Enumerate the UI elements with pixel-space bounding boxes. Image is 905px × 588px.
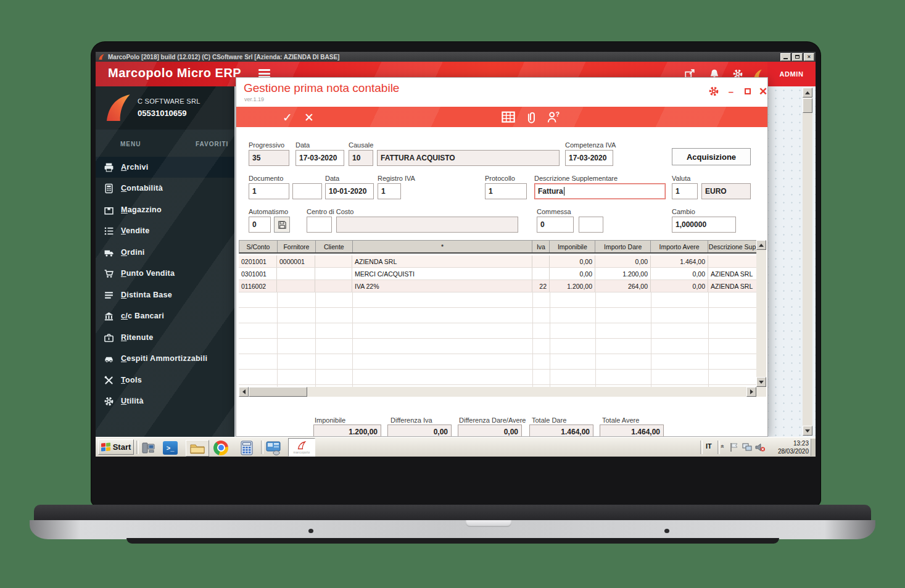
taskbar-marcopolo-app[interactable]: marcopolo xyxy=(288,438,315,457)
scroll-down-button[interactable] xyxy=(803,426,812,436)
table-cell[interactable] xyxy=(532,268,550,280)
table-cell[interactable]: 1.200,00 xyxy=(595,268,651,280)
centro-di-costo-description-field[interactable] xyxy=(336,217,518,233)
table-cell[interactable] xyxy=(708,255,756,267)
valuta-name-field[interactable]: EURO xyxy=(701,183,751,199)
column-header[interactable]: Descrizione Sup xyxy=(708,241,756,252)
commessa-field[interactable]: 0 xyxy=(537,217,574,233)
tray-flag-icon[interactable] xyxy=(730,442,738,452)
protocollo-field[interactable]: 1 xyxy=(485,183,527,199)
column-header[interactable]: Cliente xyxy=(316,241,353,252)
tray-expand-chevron-icon[interactable]: » xyxy=(719,446,725,449)
tray-clock[interactable]: 13:23 28/03/2020 xyxy=(771,439,809,455)
sidebar-item-tools[interactable]: Tools xyxy=(96,370,234,391)
window-minimize-button[interactable] xyxy=(780,53,791,61)
dialog-close-icon[interactable]: ✕ xyxy=(758,86,768,97)
calculator-app-icon[interactable] xyxy=(239,440,255,455)
sidebar-item-magazzino[interactable]: Magazzino xyxy=(96,199,234,220)
show-desktop-button[interactable] xyxy=(811,439,816,456)
column-header[interactable]: Iva xyxy=(532,241,550,252)
my-computer-icon[interactable] xyxy=(140,440,156,455)
tray-network-icon[interactable] xyxy=(742,443,752,452)
progressivo-field[interactable]: 35 xyxy=(249,150,289,166)
documento-field-2[interactable] xyxy=(292,183,322,199)
table-cell[interactable]: 0,00 xyxy=(595,255,651,267)
display-settings-icon[interactable] xyxy=(266,440,282,455)
sidebar-item-ordini[interactable]: Ordini xyxy=(96,242,234,263)
hamburger-menu-icon[interactable] xyxy=(258,69,270,78)
column-header[interactable]: Fornitore xyxy=(278,241,316,252)
table-cell[interactable]: 1.200,00 xyxy=(550,280,595,292)
acquisizione-button[interactable]: Acquisizione xyxy=(672,148,751,165)
table-cell[interactable]: 22 xyxy=(532,280,550,292)
table-cell[interactable] xyxy=(532,255,550,267)
table-vertical-scrollbar[interactable] xyxy=(756,240,766,387)
documento-field[interactable]: 1 xyxy=(249,183,289,199)
file-explorer-icon[interactable] xyxy=(186,440,209,457)
sidebar-item-utilita[interactable]: Utilità xyxy=(96,391,234,412)
user-help-icon[interactable]: ? xyxy=(547,110,560,124)
tab-menu[interactable]: MENU xyxy=(120,141,141,147)
chrome-icon[interactable] xyxy=(213,440,229,455)
confirm-check-icon[interactable]: ✓ xyxy=(281,110,294,124)
table-cell[interactable]: 0,00 xyxy=(550,268,595,280)
table-cell[interactable] xyxy=(277,268,315,280)
table-scroll-down-button[interactable] xyxy=(756,377,766,387)
registro-iva-field[interactable]: 1 xyxy=(378,183,401,199)
table-cell[interactable]: 0301001 xyxy=(239,268,277,280)
table-cell[interactable]: MERCI C/ACQUISTI xyxy=(352,268,532,280)
tray-volume-muted-icon[interactable] xyxy=(754,442,766,452)
powershell-icon[interactable]: >_ xyxy=(162,440,178,455)
sidebar-item-archivi[interactable]: Archivi xyxy=(96,157,234,178)
column-header[interactable]: S/Conto xyxy=(239,241,278,252)
table-cell[interactable]: AZIENDA SRL xyxy=(708,268,756,280)
grid-view-icon[interactable] xyxy=(502,110,515,124)
attachment-paperclip-icon[interactable] xyxy=(524,110,538,124)
causale-code-field[interactable]: 10 xyxy=(349,150,373,166)
column-header[interactable]: Importo Avere xyxy=(651,241,708,252)
sidebar-item-ritenute[interactable]: Ritenute xyxy=(96,327,234,348)
causale-description-field[interactable]: FATTURA ACQUISTO xyxy=(377,150,560,166)
table-scroll-up-button[interactable] xyxy=(756,240,766,250)
commessa-field-2[interactable] xyxy=(579,217,603,233)
main-vertical-scrollbar[interactable] xyxy=(803,88,812,436)
start-button[interactable]: Start xyxy=(98,439,134,455)
window-restore-button[interactable] xyxy=(792,53,803,61)
table-cell[interactable] xyxy=(315,268,352,280)
sidebar-item-distinta-base[interactable]: Distinta Base xyxy=(96,284,234,305)
tab-favoriti[interactable]: FAVORITI xyxy=(196,141,228,147)
admin-user-badge[interactable]: ADMIN xyxy=(767,62,816,86)
table-row[interactable]: 0301001 MERCI C/ACQUISTI 0,00 1.200,00 0… xyxy=(239,268,756,280)
sidebar-item-punto-vendita[interactable]: Punto Vendita xyxy=(96,263,234,284)
language-indicator[interactable]: IT xyxy=(706,442,712,450)
table-cell[interactable]: 0000001 xyxy=(277,255,315,267)
save-automatismo-button[interactable] xyxy=(274,217,290,233)
column-header[interactable]: * xyxy=(353,241,533,252)
dialog-minimize-button[interactable]: – xyxy=(725,86,737,97)
column-header[interactable]: Imponibile xyxy=(550,241,595,252)
valuta-code-field[interactable]: 1 xyxy=(672,183,698,199)
data-registrazione-field[interactable]: 17-03-2020 xyxy=(295,150,344,166)
table-row[interactable]: 0201001 0000001 AZIENDA SRL 0,00 0,00 1.… xyxy=(239,255,756,268)
cambio-field[interactable]: 1,000000 xyxy=(672,217,736,233)
window-close-button[interactable]: × xyxy=(804,53,814,61)
table-cell[interactable]: AZIENDA SRL xyxy=(708,280,756,292)
table-row[interactable]: 0116002 IVA 22% 22 1.200,00 264,00 0,00 … xyxy=(239,280,756,292)
sidebar-item-cc-bancari[interactable]: c/c Bancari xyxy=(96,305,234,326)
table-scroll-left-button[interactable] xyxy=(239,387,249,397)
table-cell[interactable]: 0,00 xyxy=(651,280,708,292)
table-cell[interactable]: IVA 22% xyxy=(352,280,532,292)
centro-di-costo-field[interactable] xyxy=(307,217,332,233)
table-horizontal-scrollbar[interactable] xyxy=(239,387,766,397)
column-header[interactable]: Importo Dare xyxy=(595,241,651,252)
table-scroll-right-button[interactable] xyxy=(746,387,756,397)
table-cell[interactable] xyxy=(315,255,352,267)
table-cell[interactable] xyxy=(277,280,315,292)
descrizione-supplementare-field[interactable]: Fattura xyxy=(534,183,666,199)
table-cell[interactable]: AZIENDA SRL xyxy=(352,255,532,267)
sidebar-item-contabilita[interactable]: Contabilità xyxy=(96,178,234,199)
table-cell[interactable]: 0201001 xyxy=(239,255,277,267)
data-documento-field[interactable]: 10-01-2020 xyxy=(325,183,374,199)
scroll-up-button[interactable] xyxy=(803,88,812,97)
table-cell[interactable]: 0,00 xyxy=(651,268,708,280)
